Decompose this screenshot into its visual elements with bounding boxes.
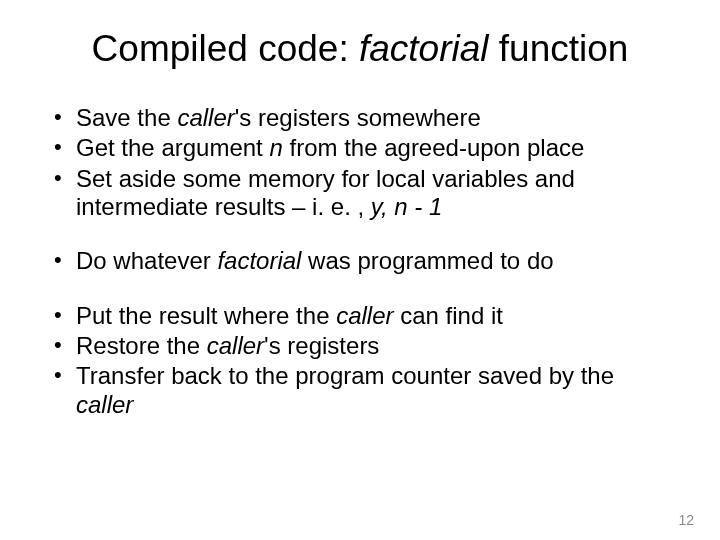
list-item: Get the argument n from the agreed-upon … [46, 134, 674, 162]
title-pre: Compiled code: [92, 28, 359, 69]
list-item: Restore the caller's registers [46, 332, 674, 360]
bullet-text: Do whatever [76, 247, 217, 274]
list-item: Do whatever factorial was programmed to … [46, 247, 674, 275]
bullet-italic: caller [177, 104, 234, 131]
bullet-text: can find it [394, 302, 503, 329]
bullet-group-1: Save the caller's registers somewhere Ge… [46, 104, 674, 221]
page-number: 12 [678, 512, 694, 528]
bullet-italic: n [269, 134, 282, 161]
bullet-text: Get the argument [76, 134, 269, 161]
bullet-text: Save the [76, 104, 177, 131]
bullet-text: from the agreed-upon place [283, 134, 585, 161]
title-post: function [489, 28, 629, 69]
bullet-italic: caller [76, 391, 133, 418]
bullet-italic: caller [336, 302, 393, 329]
title-fn: factorial [359, 28, 489, 69]
bullet-text: Set aside some memory for local variable… [76, 165, 575, 220]
bullet-text: 's registers [264, 332, 379, 359]
bullet-group-2: Do whatever factorial was programmed to … [46, 247, 674, 275]
list-item: Transfer back to the program counter sav… [46, 362, 674, 419]
list-item: Put the result where the caller can find… [46, 302, 674, 330]
list-item: Set aside some memory for local variable… [46, 165, 674, 222]
bullet-group-3: Put the result where the caller can find… [46, 302, 674, 419]
bullet-text: Restore the [76, 332, 207, 359]
bullet-italic: factorial [217, 247, 301, 274]
bullet-text: Put the result where the [76, 302, 336, 329]
slide-title: Compiled code: factorial function [46, 28, 674, 70]
bullet-text: 's registers somewhere [235, 104, 481, 131]
bullet-italic: y, n - 1 [371, 193, 443, 220]
bullet-text: was programmed to do [301, 247, 553, 274]
bullet-italic: caller [207, 332, 264, 359]
list-item: Save the caller's registers somewhere [46, 104, 674, 132]
bullet-text: Transfer back to the program counter sav… [76, 362, 614, 389]
